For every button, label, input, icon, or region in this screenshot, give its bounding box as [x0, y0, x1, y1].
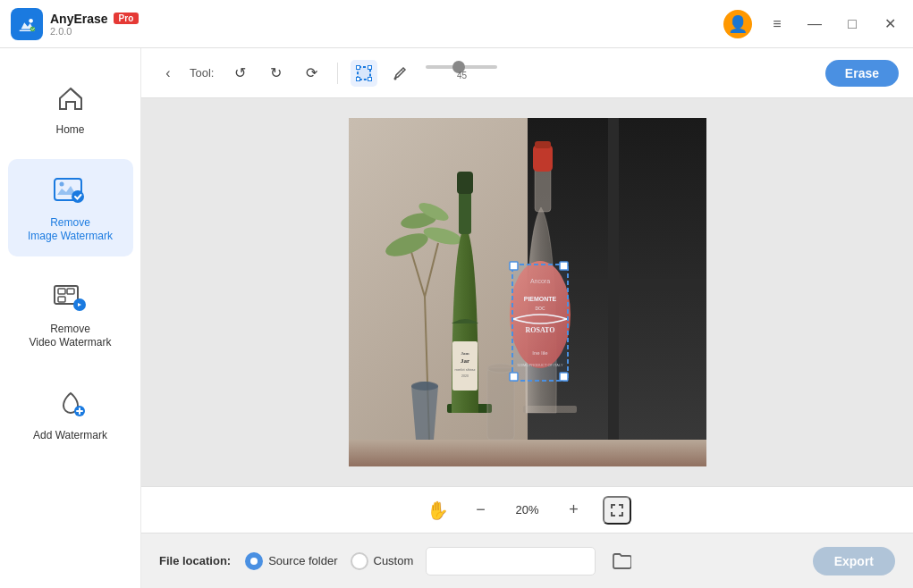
- svg-rect-41: [533, 145, 553, 172]
- pro-badge: Pro: [114, 13, 139, 24]
- home-icon: [51, 79, 90, 118]
- selection-tool-button[interactable]: [351, 60, 377, 87]
- svg-point-17: [394, 77, 397, 80]
- sidebar-item-remove-video-watermark[interactable]: RemoveVideo Watermark: [8, 265, 133, 363]
- reset-button[interactable]: ⟳: [298, 60, 325, 87]
- svg-point-1: [29, 19, 33, 23]
- app-logo: [11, 8, 43, 40]
- back-button[interactable]: ‹: [156, 61, 181, 86]
- svg-point-5: [72, 190, 84, 203]
- app-name: AnyErase Pro: [50, 12, 723, 26]
- sidebar-item-remove-image-watermark[interactable]: RemoveImage Watermark: [8, 159, 133, 256]
- zoom-value: 20%: [510, 503, 545, 517]
- svg-rect-53: [510, 262, 518, 270]
- svg-point-2: [30, 26, 35, 31]
- content-area: ‹ Tool: ↺ ↻ ⟳: [141, 48, 913, 588]
- sidebar-label-remove-video: RemoveVideo Watermark: [29, 323, 111, 350]
- brush-tool-button[interactable]: [386, 60, 413, 87]
- svg-rect-8: [58, 297, 65, 302]
- svg-rect-42: [535, 141, 551, 148]
- svg-text:Jam: Jam: [461, 351, 469, 356]
- remove-video-watermark-icon: [51, 278, 90, 317]
- sidebar-label-add-watermark: Add Watermark: [33, 429, 107, 443]
- svg-rect-7: [58, 289, 65, 294]
- svg-text:Jar: Jar: [460, 357, 469, 365]
- file-location-bar: File location: Source folder Custom: [141, 533, 913, 588]
- redo-button[interactable]: ↻: [262, 60, 289, 87]
- sidebar-item-home[interactable]: Home: [8, 66, 133, 150]
- radio-inner: [250, 558, 258, 565]
- add-watermark-icon: [51, 384, 90, 424]
- svg-rect-33: [457, 172, 473, 194]
- svg-rect-13: [357, 65, 360, 69]
- canvas-image: Jam Jar merlot shiraz 2020: [349, 118, 706, 466]
- sidebar-label-home: Home: [55, 123, 84, 138]
- svg-rect-52: [512, 265, 568, 381]
- titlebar: AnyErase Pro 2.0.0 👤 ≡ — □ ✕: [0, 0, 913, 48]
- menu-button[interactable]: ≡: [765, 12, 790, 37]
- svg-point-4: [59, 181, 63, 186]
- sidebar-label-remove-image: RemoveImage Watermark: [28, 216, 113, 244]
- app-info: AnyErase Pro 2.0.0: [50, 12, 723, 37]
- undo-button[interactable]: ↺: [226, 60, 253, 87]
- svg-rect-55: [510, 373, 518, 381]
- svg-rect-54: [560, 262, 568, 270]
- source-folder-option[interactable]: Source folder: [245, 552, 337, 570]
- svg-text:merlot shiraz: merlot shiraz: [454, 367, 475, 372]
- bottom-controls: ✋ − 20% +: [141, 486, 913, 533]
- folder-button[interactable]: [608, 548, 635, 575]
- zoom-in-button[interactable]: +: [560, 496, 588, 525]
- user-avatar[interactable]: 👤: [723, 10, 752, 38]
- svg-rect-14: [368, 65, 372, 69]
- toolbar: ‹ Tool: ↺ ↻ ⟳: [141, 48, 913, 98]
- main-layout: Home RemoveImage Watermark: [0, 48, 913, 588]
- svg-rect-22: [349, 440, 706, 466]
- custom-label: Custom: [374, 554, 414, 567]
- svg-rect-56: [560, 373, 568, 381]
- custom-radio[interactable]: [351, 552, 368, 570]
- radio-group: Source folder Custom: [245, 547, 635, 575]
- export-button[interactable]: Export: [813, 547, 895, 575]
- svg-point-30: [411, 382, 438, 391]
- source-folder-radio[interactable]: [245, 552, 263, 570]
- file-location-label: File location:: [159, 554, 231, 567]
- divider-1: [337, 63, 338, 84]
- erase-button[interactable]: Erase: [825, 60, 899, 87]
- svg-point-51: [487, 364, 514, 373]
- svg-rect-9: [67, 289, 74, 294]
- size-slider-area: 45: [426, 65, 497, 80]
- remove-image-watermark-icon: [51, 172, 90, 211]
- svg-text:2020: 2020: [461, 374, 469, 378]
- size-slider[interactable]: [426, 65, 497, 69]
- titlebar-controls: 👤 ≡ — □ ✕: [723, 10, 902, 38]
- tool-label: Tool:: [190, 66, 214, 80]
- svg-rect-15: [357, 77, 360, 80]
- svg-rect-40: [535, 167, 551, 212]
- image-container: Jam Jar merlot shiraz 2020: [349, 118, 706, 466]
- source-folder-label: Source folder: [268, 554, 337, 567]
- custom-option[interactable]: Custom: [351, 552, 414, 570]
- custom-path-input[interactable]: [426, 547, 596, 575]
- svg-rect-32: [459, 189, 471, 234]
- minimize-button[interactable]: —: [802, 12, 827, 37]
- maximize-button[interactable]: □: [840, 12, 865, 37]
- fullscreen-button[interactable]: [603, 496, 631, 525]
- sidebar: Home RemoveImage Watermark: [0, 48, 141, 588]
- svg-rect-34: [452, 341, 478, 391]
- sidebar-item-add-watermark[interactable]: Add Watermark: [8, 372, 133, 456]
- app-name-text: AnyErase: [50, 12, 108, 26]
- pan-button[interactable]: ✋: [424, 496, 452, 525]
- canvas-area[interactable]: Jam Jar merlot shiraz 2020: [141, 98, 913, 486]
- close-button[interactable]: ✕: [877, 12, 902, 37]
- app-version: 2.0.0: [50, 26, 723, 37]
- svg-rect-16: [368, 77, 372, 80]
- size-value: 45: [457, 71, 467, 80]
- zoom-out-button[interactable]: −: [467, 496, 495, 525]
